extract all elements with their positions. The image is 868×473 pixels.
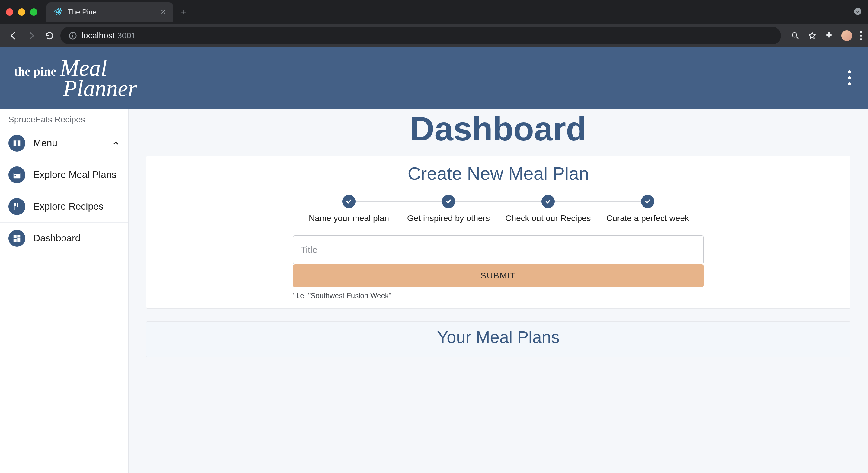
window-minimize-icon[interactable]: [18, 8, 25, 16]
site-info-icon[interactable]: [68, 31, 77, 40]
sidebar-item-explore-meal-plans[interactable]: Explore Meal Plans: [0, 159, 128, 191]
reload-button[interactable]: [42, 28, 57, 43]
toolbar-right-icons: [791, 30, 862, 41]
svg-rect-11: [15, 175, 16, 176]
your-meal-plans-card: Your Meal Plans: [146, 321, 850, 357]
sidebar-item-label: Menu: [33, 137, 57, 149]
tab-close-icon[interactable]: ✕: [161, 8, 166, 16]
window-controls: [6, 8, 37, 16]
sidebar-item-label: Dashboard: [33, 232, 81, 245]
address-bar[interactable]: localhost:3001: [60, 27, 781, 45]
url-host: localhost: [82, 31, 115, 40]
browser-tab-bar: The Pine ✕ +: [0, 0, 868, 24]
plans-heading: Your Meal Plans: [146, 327, 850, 347]
back-button[interactable]: [6, 28, 21, 43]
sidebar: SpruceEats Recipes Menu Explore Meal Pla…: [0, 109, 129, 473]
meal-plan-title-input[interactable]: [293, 235, 704, 264]
zoom-icon[interactable]: [791, 31, 800, 40]
main-content: Dashboard Create New Meal Plan Name your…: [129, 109, 868, 473]
browser-tab-title: The Pine: [68, 8, 156, 16]
svg-point-4: [854, 8, 861, 15]
check-icon: [442, 195, 455, 208]
url-port: :3001: [115, 31, 136, 40]
app-root: the pine Meal Planner SpruceEats Recipes…: [0, 47, 868, 473]
sidebar-item-menu[interactable]: Menu: [0, 127, 128, 159]
app-header: the pine Meal Planner: [0, 47, 868, 109]
sidebar-item-explore-recipes[interactable]: Explore Recipes: [0, 191, 128, 223]
step-2: Get inspired by others: [399, 195, 498, 223]
sidebar-item-label: Explore Meal Plans: [33, 169, 117, 181]
svg-rect-14: [17, 238, 20, 242]
sidebar-eyebrow: SpruceEats Recipes: [0, 109, 128, 127]
check-icon: [641, 195, 654, 208]
new-tab-button[interactable]: +: [181, 7, 186, 18]
browser-chrome: The Pine ✕ + localhost:3001: [0, 0, 868, 47]
window-maximize-icon[interactable]: [30, 8, 37, 16]
helper-text: ' i.e. "Southwest Fusion Week" ': [293, 292, 704, 300]
check-icon: [342, 195, 355, 208]
submit-button[interactable]: SUBMIT: [293, 264, 704, 287]
step-label: Curate a perfect week: [603, 213, 693, 223]
create-form: SUBMIT ' i.e. "Southwest Fusion Week" ': [293, 235, 704, 300]
chrome-menu-icon[interactable]: [860, 31, 862, 40]
step-1: Name your meal plan: [299, 195, 399, 223]
svg-rect-6: [72, 35, 73, 38]
page-title: Dashboard: [129, 109, 868, 148]
extensions-icon[interactable]: [825, 31, 834, 40]
step-3: Check out our Recipes: [498, 195, 598, 223]
calendar-icon: [8, 167, 25, 183]
profile-avatar-icon[interactable]: [841, 30, 852, 41]
browser-tab[interactable]: The Pine ✕: [46, 2, 173, 22]
react-favicon-icon: [54, 7, 63, 18]
svg-rect-12: [13, 235, 17, 238]
check-icon: [541, 195, 555, 208]
sidebar-item-dashboard[interactable]: Dashboard: [0, 223, 128, 254]
brand-script-line2: Planner: [63, 78, 137, 98]
forward-button[interactable]: [24, 28, 39, 43]
step-label: Name your meal plan: [305, 213, 393, 223]
brand-script-line1: Meal: [60, 57, 137, 78]
menu-book-icon: [8, 135, 25, 152]
app-menu-button[interactable]: [845, 67, 854, 89]
svg-rect-15: [13, 239, 17, 242]
svg-point-8: [792, 33, 797, 37]
stepper: Name your meal plan Get inspired by othe…: [146, 195, 850, 223]
brand-script: Meal Planner: [60, 57, 137, 99]
sidebar-item-label: Explore Recipes: [33, 200, 103, 213]
chrome-dropdown-icon[interactable]: [854, 7, 862, 17]
app-body: SpruceEats Recipes Menu Explore Meal Pla…: [0, 109, 868, 473]
svg-point-0: [58, 10, 59, 12]
dashboard-icon: [8, 230, 25, 247]
brand-prefix: the pine: [14, 64, 56, 79]
bookmark-star-icon[interactable]: [808, 31, 817, 40]
step-label: Check out our Recipes: [502, 213, 594, 223]
chevron-up-icon: [112, 139, 120, 147]
browser-toolbar: localhost:3001: [0, 24, 868, 47]
create-heading: Create New Meal Plan: [146, 163, 850, 184]
window-close-icon[interactable]: [6, 8, 13, 16]
brand[interactable]: the pine Meal Planner: [14, 57, 137, 99]
utensils-icon: [8, 198, 25, 215]
step-4: Curate a perfect week: [598, 195, 698, 223]
address-text: localhost:3001: [82, 31, 136, 40]
create-meal-plan-card: Create New Meal Plan Name your meal plan: [146, 155, 850, 309]
svg-rect-13: [17, 235, 20, 237]
svg-rect-10: [13, 172, 21, 174]
svg-rect-7: [72, 33, 73, 34]
step-label: Get inspired by others: [404, 213, 493, 223]
